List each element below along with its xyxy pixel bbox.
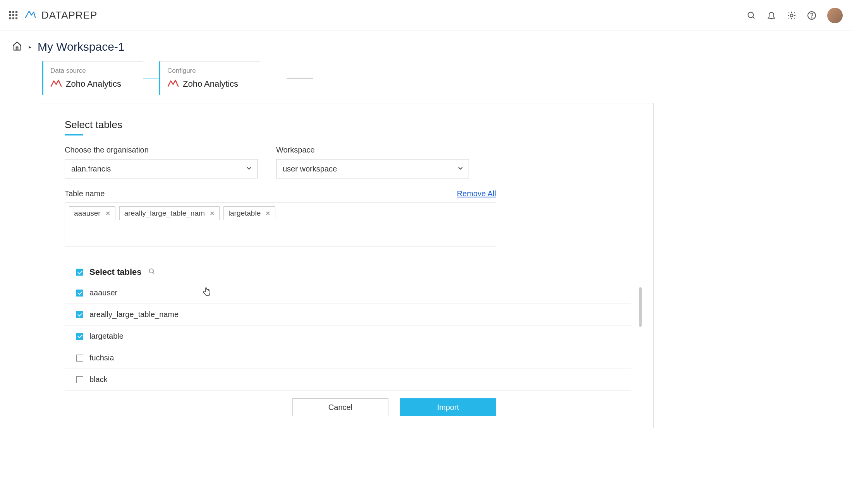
brand-name: DATAPREP [41, 9, 97, 21]
table-list-header: Select tables [65, 262, 631, 282]
step-connector [143, 78, 159, 79]
table-tag: aaauser✕ [69, 206, 115, 220]
workspace-select[interactable] [276, 159, 469, 178]
table-name: largetable [89, 332, 124, 341]
organisation-select[interactable] [65, 159, 258, 178]
zoho-analytics-icon [50, 79, 62, 89]
cursor-pointer-icon [203, 286, 211, 299]
organisation-label: Choose the organisation [65, 146, 258, 154]
svg-point-2 [790, 14, 793, 17]
table-name: black [89, 375, 108, 384]
help-icon[interactable] [807, 11, 816, 20]
cancel-button[interactable]: Cancel [292, 398, 388, 416]
step-label: Configure [167, 67, 253, 75]
table-row[interactable]: fuchsia [65, 347, 631, 369]
table-checkbox[interactable] [76, 290, 83, 297]
breadcrumb-separator: ▸ [29, 44, 31, 50]
step-label: Data source [50, 67, 136, 75]
svg-line-1 [753, 17, 755, 19]
table-checkbox[interactable] [76, 376, 83, 383]
svg-point-4 [812, 17, 812, 18]
form-group-workspace: Workspace [276, 146, 469, 178]
apps-grid-icon[interactable] [9, 11, 17, 19]
scrollbar[interactable] [639, 287, 642, 327]
table-name-row: Table name Remove All [65, 189, 496, 198]
form-row: Choose the organisation Workspace [65, 146, 631, 178]
table-row[interactable]: areally_large_table_name [65, 304, 631, 326]
logo[interactable]: DATAPREP [24, 9, 97, 22]
table-row[interactable]: black [65, 369, 631, 391]
main-panel: Select tables Choose the organisation Wo… [42, 103, 654, 428]
tag-label: areally_large_table_nam [124, 209, 205, 218]
table-list-title: Select tables [89, 267, 142, 277]
close-icon[interactable]: ✕ [265, 210, 270, 217]
step-configure[interactable]: Configure Zoho Analytics [159, 61, 260, 95]
top-bar-left: DATAPREP [9, 9, 97, 22]
search-icon[interactable] [747, 11, 756, 20]
svg-point-0 [748, 12, 754, 17]
avatar[interactable] [827, 8, 843, 23]
footer-buttons: Cancel Import [158, 398, 631, 420]
home-icon[interactable] [12, 41, 22, 53]
import-button[interactable]: Import [400, 398, 496, 416]
bell-icon[interactable] [767, 11, 776, 20]
table-list: Select tables aaauserareally_large_table… [65, 262, 631, 391]
table-tag: largetable✕ [223, 206, 275, 220]
step-row: Data source Zoho Analytics Configure Zoh… [0, 57, 852, 103]
table-checkbox[interactable] [76, 311, 83, 318]
section-title: Select tables [65, 119, 122, 134]
table-row[interactable]: aaauser [65, 282, 631, 304]
table-name-label: Table name [65, 189, 105, 198]
step-source: Zoho Analytics [167, 79, 253, 89]
zoho-analytics-icon [167, 79, 179, 89]
remove-all-link[interactable]: Remove All [457, 189, 496, 198]
step-source-name: Zoho Analytics [66, 79, 121, 89]
breadcrumb: ▸ My Workspace-1 [0, 31, 852, 57]
close-icon[interactable]: ✕ [105, 210, 110, 217]
top-bar-right [747, 8, 843, 23]
organisation-select-wrap [65, 159, 258, 178]
gear-icon[interactable] [787, 11, 796, 20]
form-group-organisation: Choose the organisation [65, 146, 258, 178]
table-checkbox[interactable] [76, 355, 83, 362]
table-name: fuchsia [89, 353, 114, 362]
top-bar: DATAPREP [0, 0, 852, 31]
workspace-title[interactable]: My Workspace-1 [38, 40, 125, 53]
step-data-source[interactable]: Data source Zoho Analytics [42, 61, 143, 95]
workspace-select-wrap [276, 159, 469, 178]
table-name: aaauser [89, 288, 117, 297]
dataprep-logo-icon [24, 9, 36, 22]
table-checkbox[interactable] [76, 333, 83, 340]
step-connector-pending [287, 78, 313, 79]
table-tag: areally_large_table_nam✕ [119, 206, 220, 220]
search-tables-icon[interactable] [148, 267, 156, 277]
tag-label: aaauser [74, 209, 101, 218]
step-source-name: Zoho Analytics [183, 79, 238, 89]
close-icon[interactable]: ✕ [210, 210, 215, 217]
table-name: areally_large_table_name [89, 310, 179, 319]
tag-label: largetable [228, 209, 261, 218]
select-all-checkbox[interactable] [76, 269, 83, 276]
step-source: Zoho Analytics [50, 79, 136, 89]
workspace-label: Workspace [276, 146, 469, 154]
table-row[interactable]: largetable [65, 326, 631, 347]
tags-box[interactable]: aaauser✕areally_large_table_nam✕largetab… [65, 202, 496, 247]
svg-line-6 [153, 273, 154, 274]
